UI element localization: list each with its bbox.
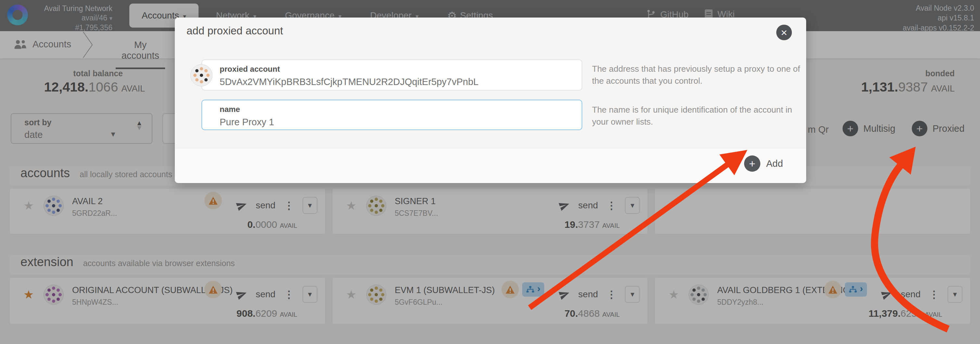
proxied-account-value[interactable]: 5DvAx2VMYiKpBRB3LsfCjkpTMENU2R2DJQqitEr5… [220, 76, 582, 87]
proxied-account-help: The address that has previously setup a … [592, 63, 803, 87]
modal-title: add proxied account [186, 25, 283, 37]
proxied-account-field[interactable]: proxied account 5DvAx2VMYiKpBRB3LsfCjkpT… [202, 59, 582, 90]
plus-icon: + [744, 155, 760, 172]
name-field[interactable]: name Pure Proxy 1 [202, 100, 582, 130]
close-icon[interactable]: × [776, 25, 792, 40]
name-value[interactable]: Pure Proxy 1 [220, 117, 582, 128]
modal-footer [175, 148, 806, 183]
field-label: name [220, 105, 582, 114]
field-label: proxied account [220, 65, 582, 74]
add-proxied-account-modal: add proxied account × proxied account 5D… [175, 17, 806, 183]
add-button[interactable]: + Add [744, 155, 783, 172]
name-help: The name is for unique identification of… [592, 104, 803, 128]
account-identicon [191, 64, 213, 86]
